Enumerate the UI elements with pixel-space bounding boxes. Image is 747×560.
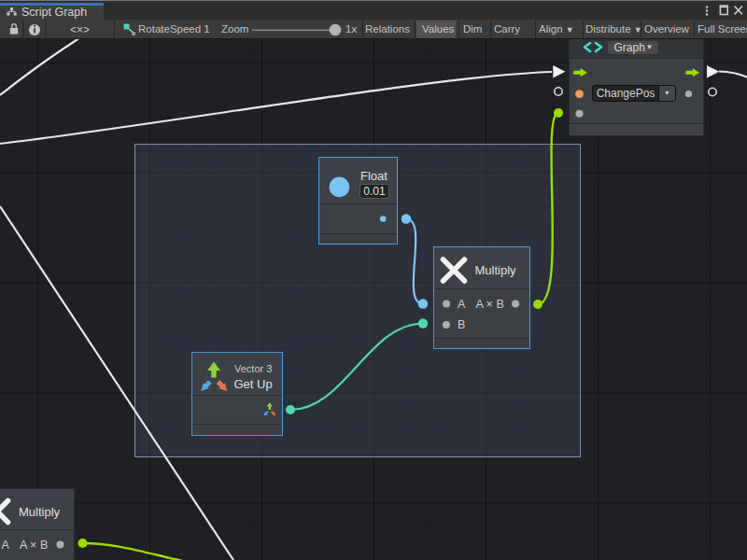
svg-text:<×>: <×> xyxy=(70,23,90,36)
